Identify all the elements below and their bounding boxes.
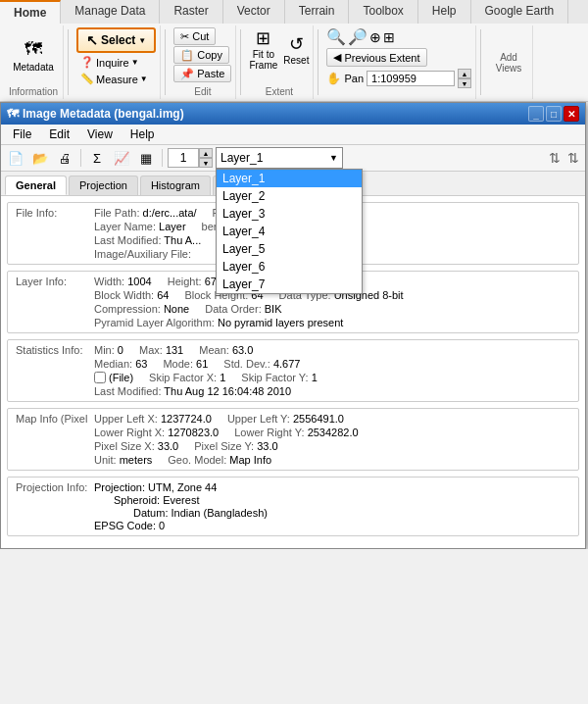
fit-to-frame-button[interactable]: ⊞ Fit to Frame xyxy=(249,27,277,71)
file-path: File Path: d:/erc...ata/ xyxy=(94,207,197,219)
tab-histogram[interactable]: Histogram xyxy=(140,176,211,195)
table-row: Map Info (Pixel Upper Left X: 1237724.0 … xyxy=(16,413,570,466)
tab-vector[interactable]: Vector xyxy=(223,0,285,24)
mode-info: Mode: 61 xyxy=(163,358,208,370)
chart-tool-button[interactable]: 📈 xyxy=(111,147,132,169)
close-button[interactable]: ✕ xyxy=(564,106,579,122)
previous-extent-button[interactable]: ◀ Previous Extent xyxy=(326,48,426,67)
layer-option-6[interactable]: Layer_6 xyxy=(217,258,362,276)
group-information: 🗺 Metadata Information xyxy=(4,25,64,99)
zoom-in-icon[interactable]: 🔍 xyxy=(326,27,346,46)
datum-value: Datum: Indian (Bangladesh) xyxy=(94,507,570,519)
separator-2 xyxy=(165,29,166,95)
paste-icon: 📌 xyxy=(180,68,194,80)
projection-info-section: Projection Info: Projection: UTM, Zone 4… xyxy=(7,477,579,536)
back-icon: ◀ xyxy=(333,51,341,64)
auxiliary-file: Image/Auxiliary File: xyxy=(94,248,191,260)
measure-arrow: ▼ xyxy=(140,75,148,83)
height-info: Height: 674 xyxy=(168,276,222,287)
layer-option-7[interactable]: Layer_7 xyxy=(217,276,362,293)
measure-icon: 📏 xyxy=(80,73,94,85)
metadata-button[interactable]: 🗺 Metadata xyxy=(8,27,59,84)
reset-icon: ↺ xyxy=(289,33,304,55)
menu-help[interactable]: Help xyxy=(122,126,163,143)
maximize-button[interactable]: □ xyxy=(546,106,562,122)
pan-icon: ✋ xyxy=(326,72,341,85)
median-info: Median: 63 xyxy=(94,358,147,370)
layer-option-5[interactable]: Layer_5 xyxy=(217,240,362,258)
cut-button[interactable]: ✂ Cut xyxy=(173,27,216,45)
skip-factor-x-info: Skip Factor X: 1 xyxy=(149,372,225,383)
paste-button[interactable]: 📌 Paste xyxy=(173,65,231,82)
layer-dropdown-button[interactable]: Layer_1 ▼ xyxy=(216,147,343,169)
tab-help[interactable]: Help xyxy=(418,0,471,24)
measure-button[interactable]: 📏 Measure ▼ xyxy=(76,72,152,86)
map-info-section: Map Info (Pixel Upper Left X: 1237724.0 … xyxy=(7,408,579,471)
zoom-region-icon[interactable]: ⊞ xyxy=(383,29,395,45)
cursor-icon: ↖ xyxy=(86,32,98,48)
layer-name: Layer Name: Layer xyxy=(94,221,186,232)
file-checkbox[interactable] xyxy=(94,372,106,383)
sigma-tool-button[interactable]: Σ xyxy=(86,147,108,169)
tool-sep-1 xyxy=(80,149,81,167)
new-tool-button[interactable]: 📄 xyxy=(5,147,26,169)
select-label: Select xyxy=(101,33,135,47)
tab-google-earth[interactable]: Google Earth xyxy=(471,0,569,24)
scale-up[interactable]: ▲ xyxy=(458,69,471,78)
table-row: Projection Info: Projection: UTM, Zone 4… xyxy=(16,481,570,531)
group-fit: ⊞ Fit to Frame ↺ Reset Extent xyxy=(245,25,314,99)
layer-down-button[interactable]: ▼ xyxy=(199,158,213,168)
statistics-info-label: Statistics Info: xyxy=(16,344,94,397)
sort-desc-button[interactable]: ⇅ xyxy=(565,150,581,166)
inquire-button[interactable]: ❓ Inquire ▼ xyxy=(76,55,143,70)
tab-terrain[interactable]: Terrain xyxy=(285,0,350,24)
inquire-icon: ❓ xyxy=(80,56,94,69)
copy-label: Copy xyxy=(197,49,222,61)
skip-factor-y-info: Skip Factor Y: 1 xyxy=(241,372,317,383)
map-info-label: Map Info (Pixel xyxy=(16,413,94,466)
tab-projection[interactable]: Projection xyxy=(69,176,138,195)
menu-edit[interactable]: Edit xyxy=(41,126,77,143)
dialog-window: 🗺 Image Metadata (bengal.img) _ □ ✕ File… xyxy=(0,102,586,549)
pyramid-info: Pyramid Layer Algorithm: No pyramid laye… xyxy=(94,317,343,328)
tab-general[interactable]: General xyxy=(5,176,67,195)
print-tool-button[interactable]: 🖨 xyxy=(54,147,75,169)
menu-view[interactable]: View xyxy=(79,126,121,143)
layer-option-1[interactable]: Layer_1 xyxy=(217,170,362,187)
scale-input[interactable] xyxy=(367,71,455,86)
tab-manage-data[interactable]: Manage Data xyxy=(61,0,160,24)
tab-raster[interactable]: Raster xyxy=(160,0,222,24)
zoom-full-icon[interactable]: ⊕ xyxy=(369,29,381,45)
copy-button[interactable]: 📋 Copy xyxy=(173,46,229,64)
sort-asc-button[interactable]: ⇅ xyxy=(547,150,563,166)
pixel-size-y-info: Pixel Size Y: 33.0 xyxy=(194,440,277,452)
scale-down[interactable]: ▼ xyxy=(458,78,471,88)
reset-button[interactable]: ↺ Reset xyxy=(283,33,309,66)
data-order-info: Data Order: BIK xyxy=(205,303,281,315)
table-row: Statistics Info: Min: 0 Max: 131 Mean: 6… xyxy=(16,344,570,397)
layer-dropdown-list: Layer_1 Layer_2 Layer_3 Layer_4 Layer_5 … xyxy=(216,169,363,294)
open-tool-button[interactable]: 📂 xyxy=(29,147,51,169)
layer-option-3[interactable]: Layer_3 xyxy=(217,205,362,223)
layer-up-button[interactable]: ▲ xyxy=(199,148,213,158)
layer-number-input[interactable] xyxy=(168,148,199,168)
zoom-out-icon[interactable]: 🔎 xyxy=(348,27,368,46)
menu-file[interactable]: File xyxy=(5,126,39,143)
geo-model-info: Geo. Model: Map Info xyxy=(168,454,271,466)
dialog-menubar: File Edit View Help xyxy=(1,125,585,145)
dialog-titlebar: 🗺 Image Metadata (bengal.img) _ □ ✕ xyxy=(1,103,585,125)
group-nav: 🔍 🔎 ⊕ ⊞ ◀ Previous Extent ✋ Pan ▲ ▼ xyxy=(322,25,476,99)
minimize-button[interactable]: _ xyxy=(528,106,544,122)
separator-4 xyxy=(318,29,318,95)
tab-toolbox[interactable]: Toolbox xyxy=(349,0,417,24)
metadata-icon: 🗺 xyxy=(24,39,42,60)
inquire-label: Inquire xyxy=(96,57,129,69)
tab-home[interactable]: Home xyxy=(0,0,61,24)
bar-tool-button[interactable]: ▦ xyxy=(135,147,157,169)
lower-right-y-info: Lower Right Y: 2534282.0 xyxy=(234,427,358,438)
layer-option-4[interactable]: Layer_4 xyxy=(217,223,362,240)
layer-option-2[interactable]: Layer_2 xyxy=(217,187,362,205)
dialog-toolbar: 📄 📂 🖨 Σ 📈 ▦ ▲ ▼ Layer_1 ▼ xyxy=(1,145,585,172)
select-button[interactable]: ↖ Select ▼ xyxy=(76,27,156,53)
layer-dropdown-selected: Layer_1 xyxy=(220,151,263,165)
